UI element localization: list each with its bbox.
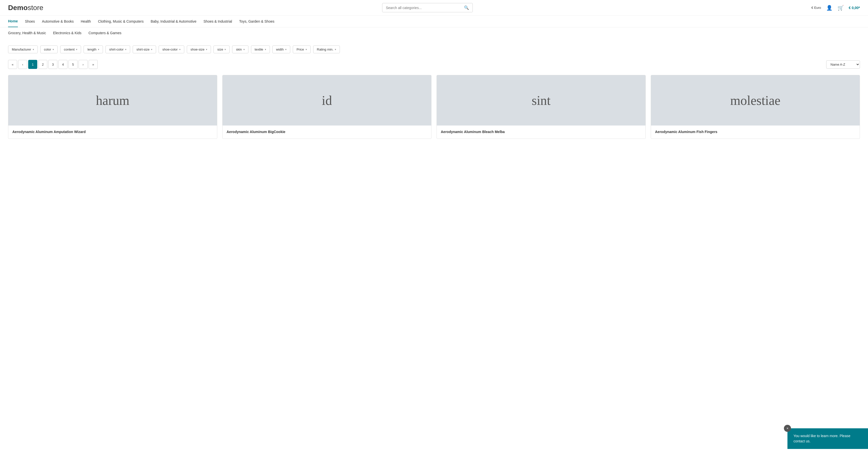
product-card[interactable]: molestiaeAerodynamic Aluminum Fish Finge… — [651, 75, 860, 139]
product-image: harum — [8, 75, 217, 126]
filter-dropdown-button[interactable]: shoe-color▾ — [159, 45, 184, 53]
nav-top: HomeShoesAutomotive & BooksHealthClothin… — [0, 15, 868, 27]
filter-dropdown-button[interactable]: content▾ — [60, 45, 81, 53]
filter-label: textile — [255, 47, 263, 51]
product-card[interactable]: idAerodynamic Aluminum BigCookie — [222, 75, 432, 139]
filter-label: width — [276, 47, 284, 51]
filter-label: Manufacturer — [12, 47, 31, 51]
nav-top-item[interactable]: Baby, Industrial & Automotive — [151, 16, 196, 27]
nav-bottom-item[interactable]: Computers & Games — [89, 27, 122, 38]
filter-dropdown-button[interactable]: size▾ — [214, 45, 229, 53]
logo[interactable]: Demostore — [8, 4, 43, 12]
pagination-prev-button[interactable]: ‹ — [18, 60, 27, 69]
product-image-text: sint — [532, 93, 551, 108]
product-card[interactable]: sintAerodynamic Aluminum Bleach Melba — [436, 75, 646, 139]
cart-amount[interactable]: € 0,00* — [849, 6, 860, 10]
product-image-text: molestiae — [730, 93, 780, 108]
product-info: Aerodynamic Aluminum BigCookie — [222, 126, 431, 139]
filter-label: content — [64, 47, 75, 51]
search-icon: 🔍 — [464, 5, 469, 10]
pagination-page-button[interactable]: 5 — [68, 60, 78, 69]
nav-top-item[interactable]: Automotive & Books — [42, 16, 74, 27]
search-input[interactable] — [386, 6, 464, 10]
product-info: Aerodynamic Aluminum Bleach Melba — [437, 126, 646, 139]
user-icon[interactable]: 👤 — [826, 5, 833, 11]
header: Demostore 🔍 € Euro 👤 🛒 € 0,00* — [0, 0, 868, 15]
product-info: Aerodynamic Aluminum Amputation Wizard — [8, 126, 217, 139]
chevron-down-icon: ▾ — [285, 48, 286, 51]
nav-top-item[interactable]: Health — [81, 16, 91, 27]
filter-label: shoe-size — [191, 47, 205, 51]
chevron-down-icon: ▾ — [179, 48, 181, 51]
chevron-down-icon: ▾ — [306, 48, 307, 51]
product-image: molestiae — [651, 75, 860, 126]
product-image: id — [222, 75, 431, 126]
nav-bottom: Grocery, Health & MusicElectronics & Kid… — [0, 27, 868, 38]
logo-light: store — [28, 4, 43, 11]
filters-section: Manufacturer▾color▾content▾length▾shirt-… — [0, 40, 868, 56]
filter-dropdown-button[interactable]: skin▾ — [232, 45, 248, 53]
filter-dropdown-button[interactable]: width▾ — [272, 45, 290, 53]
product-name: Aerodynamic Aluminum Bleach Melba — [441, 130, 642, 135]
pagination: «‹12345›» — [8, 60, 98, 69]
filter-label: length — [87, 47, 96, 51]
pagination-next-button[interactable]: › — [79, 60, 88, 69]
search-bar[interactable]: 🔍 — [382, 3, 473, 12]
nav-bottom-item[interactable]: Electronics & Kids — [53, 27, 82, 38]
chevron-down-icon: ▾ — [224, 48, 226, 51]
nav-top-item[interactable]: Shoes & Industrial — [204, 16, 232, 27]
nav-top-item[interactable]: Home — [8, 15, 18, 27]
filter-dropdown-button[interactable]: Price▾ — [293, 45, 311, 53]
products-grid: harumAerodynamic Aluminum Amputation Wiz… — [0, 72, 868, 149]
logo-bold: Demo — [8, 4, 28, 11]
chevron-down-icon: ▾ — [265, 48, 266, 51]
nav-top-item[interactable]: Toys, Garden & Shoes — [239, 16, 274, 27]
nav-bottom-item[interactable]: Grocery, Health & Music — [8, 27, 46, 38]
pagination-last-button[interactable]: » — [89, 60, 98, 69]
chevron-down-icon: ▾ — [335, 48, 336, 51]
filter-label: skin — [236, 47, 242, 51]
pagination-first-button[interactable]: « — [8, 60, 17, 69]
filter-dropdown-button[interactable]: shoe-size▾ — [187, 45, 211, 53]
filter-label: Rating min. — [317, 47, 334, 51]
filter-dropdown-button[interactable]: shirt-color▾ — [105, 45, 130, 53]
filter-dropdown-button[interactable]: shirt-size▾ — [133, 45, 156, 53]
filter-label: shoe-color — [162, 47, 178, 51]
filter-label: color — [44, 47, 51, 51]
product-image-text: harum — [96, 93, 129, 108]
cart-icon[interactable]: 🛒 — [838, 5, 844, 11]
pagination-sort: «‹12345›» Name A-ZName Z-APrice asc.Pric… — [0, 56, 868, 72]
filter-label: Price — [297, 47, 304, 51]
filter-dropdown-button[interactable]: Manufacturer▾ — [8, 45, 38, 53]
nav-top-item[interactable]: Clothing, Music & Computers — [98, 16, 144, 27]
filter-label: shirt-color — [109, 47, 124, 51]
filter-label: shirt-size — [136, 47, 150, 51]
filter-dropdown-button[interactable]: textile▾ — [251, 45, 270, 53]
pagination-page-button[interactable]: 4 — [58, 60, 67, 69]
filter-dropdown-button[interactable]: length▾ — [84, 45, 103, 53]
filter-label: size — [217, 47, 223, 51]
chevron-down-icon: ▾ — [151, 48, 152, 51]
sort-select[interactable]: Name A-ZName Z-APrice asc.Price desc.New… — [826, 60, 860, 69]
pagination-page-button[interactable]: 3 — [48, 60, 57, 69]
currency-selector[interactable]: € Euro — [811, 6, 821, 9]
chevron-down-icon: ▾ — [243, 48, 245, 51]
nav-top-item[interactable]: Shoes — [25, 16, 35, 27]
product-image-text: id — [322, 93, 332, 108]
product-name: Aerodynamic Aluminum BigCookie — [226, 130, 427, 135]
product-name: Aerodynamic Aluminum Amputation Wizard — [12, 130, 213, 135]
product-card[interactable]: harumAerodynamic Aluminum Amputation Wiz… — [8, 75, 217, 139]
product-image: sint — [437, 75, 646, 126]
chevron-down-icon: ▾ — [206, 48, 207, 51]
product-info: Aerodynamic Aluminum Fish Fingers — [651, 126, 860, 139]
product-name: Aerodynamic Aluminum Fish Fingers — [655, 130, 856, 135]
chevron-down-icon: ▾ — [125, 48, 126, 51]
pagination-page-button[interactable]: 1 — [28, 60, 37, 69]
chevron-down-icon: ▾ — [98, 48, 99, 51]
chevron-down-icon: ▾ — [53, 48, 54, 51]
filter-dropdown-button[interactable]: Rating min.▾ — [313, 45, 340, 53]
filter-dropdown-button[interactable]: color▾ — [40, 45, 58, 53]
header-right: € Euro 👤 🛒 € 0,00* — [811, 5, 860, 11]
chevron-down-icon: ▾ — [33, 48, 34, 51]
pagination-page-button[interactable]: 2 — [38, 60, 47, 69]
